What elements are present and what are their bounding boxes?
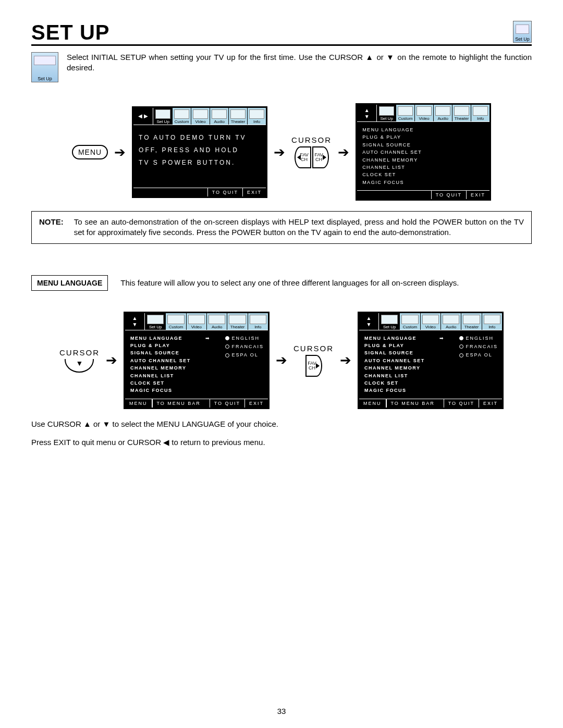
title-row: SET UP Set Up bbox=[31, 21, 532, 46]
tab-theater: Theater bbox=[461, 313, 481, 330]
cursor-fav-right-group: CURSOR FAV CH bbox=[293, 344, 334, 377]
tab-setup: Set Up bbox=[379, 313, 399, 330]
fav-ch-right-button[interactable]: FAV CH bbox=[305, 355, 322, 377]
menu-bar: ▲▼ Set Up Custom Video Audio Theater Inf… bbox=[357, 105, 489, 122]
note-label: NOTE: bbox=[39, 217, 64, 238]
page-number: 33 bbox=[0, 707, 563, 715]
tv-screen-setup-list: ▲▼ Set Up Custom Video Audio Theater Inf… bbox=[356, 103, 491, 201]
language-options: ENGLISH FRANCAIS ESPA OL bbox=[459, 335, 498, 394]
screen-body: MENU LANGUAGE PLUG & PLAY SIGNAL SOURCE … bbox=[357, 122, 489, 190]
tab-video: Video bbox=[420, 313, 440, 330]
instruction-2: Press EXIT to quit menu or CURSOR ◀ to r… bbox=[31, 438, 532, 447]
tab-custom: Custom bbox=[396, 105, 414, 121]
menu-bar: ◀ ▶ Set Up Custom Video Audio Theater In… bbox=[133, 108, 266, 125]
arrow-icon: ➔ bbox=[106, 353, 117, 367]
setup-icon-inline: Set Up bbox=[31, 52, 58, 82]
tab-video: Video bbox=[191, 108, 210, 125]
arrow-icon: ➔ bbox=[114, 145, 126, 159]
cursor-down-group: CURSOR ▼ bbox=[59, 348, 100, 373]
intro-row: Set Up Select INITIAL SETUP when setting… bbox=[31, 52, 532, 82]
intro-text: Select INITIAL SETUP when setting your T… bbox=[67, 52, 532, 73]
tab-audio: Audio bbox=[433, 105, 452, 121]
menu-language-section-header: MENU LANGUAGE This feature will allow yo… bbox=[31, 275, 532, 291]
tv-screen-lang-select-2: ▲▼ Set Up Custom Video Audio Theater Inf… bbox=[358, 312, 504, 409]
tab-info: Info bbox=[471, 105, 489, 121]
cursor-fav-group: CURSOR FAV CH FAV CH bbox=[291, 135, 332, 168]
tab-setup: Set Up bbox=[377, 105, 396, 121]
radio-icon bbox=[225, 353, 229, 357]
tab-audio: Audio bbox=[206, 313, 227, 330]
arrow-icon: ➔ bbox=[340, 353, 351, 367]
note-text: To see an auto-demonstration of the on-s… bbox=[74, 217, 524, 238]
menu-bar: ▲▼ Set Up Custom Video Audio Theater Inf… bbox=[125, 313, 268, 330]
note-box: NOTE: To see an auto-demonstration of th… bbox=[31, 211, 532, 244]
nav-arrows-icon: ▲▼ bbox=[359, 313, 379, 330]
section-tag: MENU LANGUAGE bbox=[31, 275, 108, 291]
radio-icon bbox=[459, 344, 463, 349]
fav-ch-left-button[interactable]: FAV CH bbox=[295, 146, 311, 168]
screen-footer: MENU TO MENU BAR TO QUIT EXIT bbox=[125, 399, 268, 408]
tab-audio: Audio bbox=[440, 313, 461, 330]
tab-info: Info bbox=[482, 313, 502, 330]
fav-ch-right-button[interactable]: FAV CH bbox=[312, 146, 329, 168]
screen-body: MENU LANGUAGE PLUG & PLAY SIGNAL SOURCE … bbox=[125, 330, 268, 399]
nav-arrows-icon: ◀ ▶ bbox=[133, 108, 153, 125]
nav-arrows-icon: ▲▼ bbox=[125, 313, 145, 330]
nav-arrows-icon: ▲▼ bbox=[357, 105, 377, 121]
screen-footer: MENU TO MENU BAR TO QUIT EXIT bbox=[359, 399, 502, 408]
tv-screen-auto-demo: ◀ ▶ Set Up Custom Video Audio Theater In… bbox=[132, 106, 267, 198]
tab-video: Video bbox=[414, 105, 433, 121]
tab-info: Info bbox=[247, 108, 266, 125]
tab-custom: Custom bbox=[172, 108, 191, 125]
tab-theater: Theater bbox=[452, 105, 471, 121]
setup-icon-top-right: Set Up bbox=[513, 21, 532, 43]
menu-bar: ▲▼ Set Up Custom Video Audio Theater Inf… bbox=[359, 313, 502, 330]
radio-icon bbox=[225, 344, 229, 349]
menu-button[interactable]: MENU bbox=[72, 145, 108, 159]
tab-setup: Set Up bbox=[153, 108, 172, 125]
menu-list: MENU LANGUAGE PLUG & PLAY SIGNAL SOURCE … bbox=[364, 335, 425, 394]
screen-body: MENU LANGUAGE PLUG & PLAY SIGNAL SOURCE … bbox=[359, 330, 502, 399]
tv-screen-lang-select-1: ▲▼ Set Up Custom Video Audio Theater Inf… bbox=[124, 312, 270, 409]
arrow-icon: ➔ bbox=[338, 145, 349, 159]
arrow-icon: ➔ bbox=[274, 145, 285, 159]
page-title: SET UP bbox=[31, 21, 109, 44]
tab-custom: Custom bbox=[399, 313, 420, 330]
radio-selected-icon bbox=[225, 336, 229, 340]
diagram-row-1: MENU ➔ ◀ ▶ Set Up Custom Video Audio The… bbox=[31, 103, 532, 201]
radio-icon bbox=[459, 353, 463, 357]
language-options: ENGLISH FRANCAIS ESPA OL bbox=[225, 335, 264, 394]
menu-list: MENU LANGUAGE PLUG & PLAY SIGNAL SOURCE … bbox=[130, 335, 191, 394]
instruction-1: Use CURSOR ▲ or ▼ to select the MENU LAN… bbox=[31, 419, 532, 428]
manual-page: SET UP Set Up Set Up Select INITIAL SETU… bbox=[0, 0, 563, 728]
radio-selected-icon bbox=[459, 336, 463, 340]
section-description: This feature will allow you to select an… bbox=[120, 278, 532, 287]
tab-theater: Theater bbox=[228, 108, 247, 125]
cursor-down-button[interactable]: ▼ bbox=[65, 359, 94, 373]
tab-custom: Custom bbox=[165, 313, 186, 330]
tab-setup: Set Up bbox=[145, 313, 165, 330]
diagram-row-2: CURSOR ▼ ➔ ▲▼ Set Up Custom Video Audio … bbox=[31, 312, 532, 409]
screen-footer: . TO QUIT EXIT bbox=[357, 190, 489, 199]
tab-audio: Audio bbox=[210, 108, 228, 125]
screen-body: TO AUTO DEMO TURN TV OFF, PRESS AND HOLD… bbox=[133, 125, 266, 188]
screen-footer: . TO QUIT EXIT bbox=[133, 188, 266, 196]
tab-video: Video bbox=[186, 313, 206, 330]
tab-theater: Theater bbox=[227, 313, 247, 330]
arrow-icon: ➔ bbox=[276, 353, 287, 367]
tab-info: Info bbox=[248, 313, 268, 330]
